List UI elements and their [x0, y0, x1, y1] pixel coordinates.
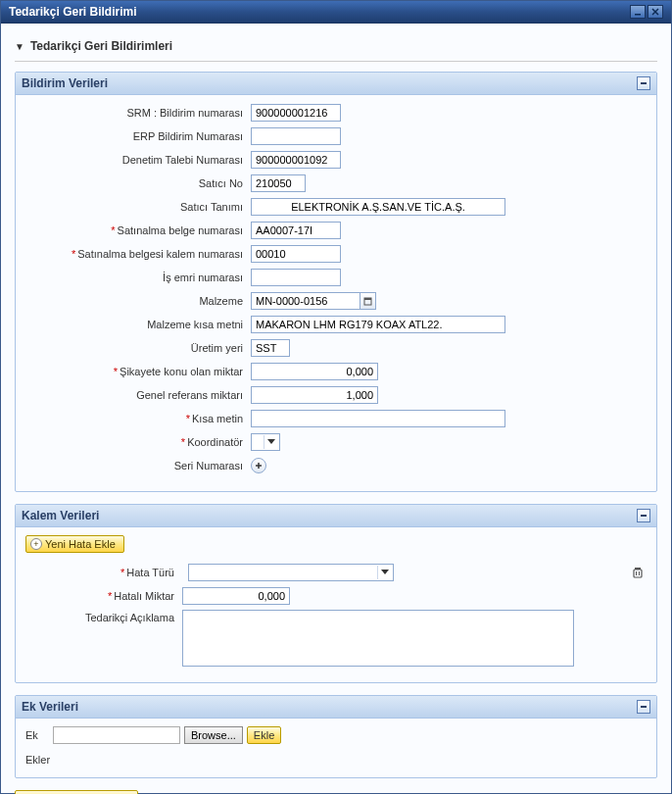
- input-work-order-number[interactable]: [251, 269, 341, 286]
- label-material: Malzeme: [25, 295, 251, 307]
- label-vendor-no: Satıcı No: [25, 177, 251, 189]
- svg-rect-12: [635, 568, 641, 570]
- input-faulty-qty[interactable]: [182, 587, 290, 605]
- input-audit-request-number[interactable]: [251, 151, 341, 169]
- chevron-down-icon: ▼: [15, 41, 24, 52]
- label-srm-number: SRM : Bildirim numarası: [25, 107, 251, 119]
- svg-rect-15: [641, 706, 647, 708]
- minimize-button[interactable]: [630, 5, 646, 19]
- search-help-icon[interactable]: [360, 292, 376, 310]
- add-attachment-label: Ekle: [254, 729, 274, 741]
- panel-attachment-data: Ek Verileri Ek Browse... Ekle Ekler: [15, 695, 657, 778]
- input-ref-qty[interactable]: [251, 386, 378, 404]
- section-supplier-feedbacks-title: Tedarikçi Geri Bildirimleri: [30, 39, 172, 53]
- add-serial-button[interactable]: [251, 458, 266, 473]
- window-title: Tedarikçi Geri Bildirimi: [9, 5, 137, 19]
- input-po-item-number[interactable]: [251, 245, 341, 263]
- collapse-button[interactable]: [637, 76, 650, 90]
- label-material-short-text: Malzeme kısa metni: [25, 319, 251, 330]
- input-erp-number[interactable]: [251, 127, 341, 145]
- label-complaint-qty: *Şikayete konu olan miktar: [25, 366, 251, 377]
- panel-notification-head: Bildirim Verileri: [16, 73, 656, 95]
- svg-marker-10: [381, 570, 389, 574]
- window-content: ▼ Tedarikçi Geri Bildirimleri Bildirim V…: [1, 24, 671, 794]
- panel-attachment-head: Ek Verileri: [16, 696, 656, 719]
- window-frame: Tedarikçi Geri Bildirimi ▼ Tedarikçi Ger…: [0, 0, 672, 794]
- label-supplier-desc: Tedarikçi Açıklama: [25, 610, 182, 623]
- collapse-button[interactable]: [637, 700, 650, 714]
- chevron-down-icon: [377, 566, 391, 579]
- svg-marker-6: [267, 439, 275, 444]
- textarea-supplier-desc[interactable]: [182, 610, 574, 667]
- panel-notification-title: Bildirim Verileri: [22, 76, 108, 90]
- label-serial-number: Seri Numarası: [25, 460, 251, 471]
- input-po-number[interactable]: [251, 222, 341, 239]
- label-attachment: Ek: [25, 729, 49, 741]
- input-complaint-qty[interactable]: [251, 363, 378, 380]
- collapse-button[interactable]: [637, 509, 650, 522]
- input-srm-number[interactable]: [251, 104, 341, 122]
- close-button[interactable]: [648, 5, 663, 19]
- label-production-site: Üretim yeri: [25, 342, 251, 354]
- chevron-down-icon: [264, 435, 277, 449]
- select-coordinator[interactable]: [251, 433, 280, 451]
- panel-notification-data: Bildirim Verileri SRM : Bildirim numaras…: [15, 72, 657, 492]
- select-error-type[interactable]: [188, 564, 394, 581]
- svg-rect-3: [641, 82, 647, 84]
- add-error-label: Yeni Hata Ekle: [45, 538, 116, 550]
- svg-rect-9: [641, 515, 647, 517]
- label-short-text: *Kısa metin: [25, 413, 251, 424]
- label-erp-number: ERP Bildirim Numarası: [25, 130, 251, 142]
- add-attachment-button[interactable]: Ekle: [247, 726, 281, 744]
- label-coordinator: *Koordinatör: [25, 436, 251, 448]
- plus-icon: +: [30, 538, 42, 550]
- browse-button[interactable]: Browse...: [184, 726, 243, 744]
- window-controls: [630, 5, 663, 19]
- input-material[interactable]: [251, 292, 360, 310]
- svg-rect-0: [635, 14, 641, 16]
- panel-item-body: + Yeni Hata Ekle *Hata Türü: [16, 527, 656, 682]
- input-material-short-text[interactable]: [251, 316, 505, 333]
- panel-item-head: Kalem Verileri: [16, 505, 656, 527]
- label-po-item-number: *Satınalma belgesi kalem numarası: [25, 248, 251, 260]
- panel-attachment-title: Ek Verileri: [22, 700, 78, 714]
- input-production-site[interactable]: [251, 339, 290, 357]
- input-vendor-desc[interactable]: [251, 198, 505, 216]
- panel-item-title: Kalem Verileri: [22, 509, 99, 522]
- label-faulty-qty: *Hatalı Miktar: [25, 590, 182, 602]
- add-error-button[interactable]: + Yeni Hata Ekle: [25, 535, 124, 553]
- svg-rect-11: [634, 570, 642, 577]
- create-feedback-button[interactable]: Geri Bildirim Oluştur: [15, 790, 138, 794]
- input-vendor-no[interactable]: [251, 174, 306, 192]
- label-audit-request-number: Denetim Talebi Numarası: [25, 154, 251, 166]
- delete-error-button[interactable]: [629, 564, 647, 581]
- label-attachments: Ekler: [25, 754, 647, 766]
- label-error-type: *Hata Türü: [25, 567, 182, 578]
- label-vendor-desc: Satıcı Tanımı: [25, 201, 251, 213]
- panel-notification-body: SRM : Bildirim numarası ERP Bildirim Num…: [16, 95, 656, 491]
- section-supplier-feedbacks[interactable]: ▼ Tedarikçi Geri Bildirimleri: [15, 33, 657, 62]
- input-file-path[interactable]: [53, 726, 180, 744]
- panel-item-data: Kalem Verileri + Yeni Hata Ekle *Hata Tü…: [15, 504, 657, 683]
- label-po-number: *Satınalma belge numarası: [25, 224, 251, 236]
- svg-rect-5: [364, 298, 371, 300]
- label-work-order-number: İş emri numarası: [25, 272, 251, 283]
- input-short-text[interactable]: [251, 410, 505, 427]
- label-ref-qty: Genel referans miktarı: [25, 389, 251, 401]
- titlebar: Tedarikçi Geri Bildirimi: [1, 1, 671, 24]
- panel-attachment-body: Ek Browse... Ekle Ekler: [16, 719, 656, 777]
